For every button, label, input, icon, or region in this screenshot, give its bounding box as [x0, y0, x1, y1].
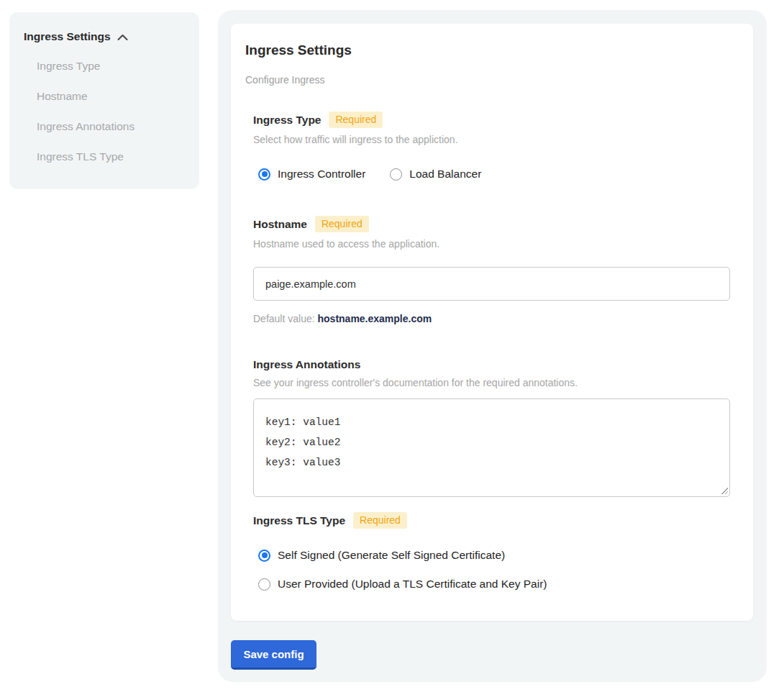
- radio-label: Self Signed (Generate Self Signed Certif…: [278, 549, 505, 562]
- radio-option-load-balancer[interactable]: Load Balancer: [390, 168, 481, 181]
- sidebar-item-hostname[interactable]: Hostname: [37, 81, 199, 111]
- radio-option-self-signed[interactable]: Self Signed (Generate Self Signed Certif…: [258, 549, 730, 562]
- sidebar-item-ingress-annotations[interactable]: Ingress Annotations: [37, 111, 199, 142]
- ingress-settings-card: Ingress Settings Configure Ingress Ingre…: [231, 24, 753, 621]
- chevron-up-icon: [117, 34, 128, 41]
- hostname-description: Hostname used to access the application.: [253, 238, 730, 250]
- annotations-textarea[interactable]: key1: value1 key2: value2 key3: value3: [253, 398, 730, 497]
- settings-sidebar: Ingress Settings Ingress Type Hostname I…: [9, 12, 199, 189]
- hostname-label: Hostname: [253, 218, 307, 231]
- ingress-type-description: Select how traffic will ingress to the a…: [253, 134, 730, 145]
- sidebar-item-list: Ingress Type Hostname Ingress Annotation…: [37, 51, 199, 172]
- sidebar-item-ingress-tls-type[interactable]: Ingress TLS Type: [37, 142, 199, 172]
- radio-label: Load Balancer: [409, 168, 481, 181]
- section-ingress-annotations: Ingress Annotations See your ingress con…: [253, 358, 730, 497]
- radio-unselected-icon[interactable]: [390, 168, 402, 181]
- section-ingress-tls-type: Ingress TLS Type Required Self Signed (G…: [253, 512, 730, 591]
- main-panel: Ingress Settings Configure Ingress Ingre…: [218, 10, 767, 682]
- ingress-tls-type-label: Ingress TLS Type: [253, 514, 345, 527]
- ingress-annotations-label: Ingress Annotations: [253, 358, 360, 371]
- required-badge: Required: [353, 512, 407, 529]
- sidebar-section-toggle[interactable]: Ingress Settings: [24, 30, 199, 43]
- default-value-label: Default value:: [253, 313, 315, 324]
- radio-selected-icon[interactable]: [258, 168, 270, 181]
- required-badge: Required: [315, 216, 369, 232]
- radio-label: Ingress Controller: [278, 168, 365, 181]
- hostname-input[interactable]: [253, 267, 730, 301]
- radio-option-user-provided[interactable]: User Provided (Upload a TLS Certificate …: [258, 578, 730, 591]
- page-title: Ingress Settings: [245, 42, 730, 58]
- ingress-tls-radio-group: Self Signed (Generate Self Signed Certif…: [258, 549, 730, 591]
- section-ingress-type: Ingress Type Required Select how traffic…: [253, 111, 730, 181]
- ingress-annotations-description: See your ingress controller's documentat…: [253, 377, 730, 388]
- page-subtitle: Configure Ingress: [245, 74, 730, 86]
- ingress-type-label: Ingress Type: [253, 114, 321, 127]
- sidebar-section-title: Ingress Settings: [24, 30, 111, 43]
- default-value-text: hostname.example.com: [318, 313, 432, 324]
- save-config-button[interactable]: Save config: [231, 640, 316, 670]
- radio-label: User Provided (Upload a TLS Certificate …: [278, 578, 547, 591]
- radio-option-ingress-controller[interactable]: Ingress Controller: [258, 168, 365, 181]
- required-badge: Required: [329, 111, 383, 128]
- ingress-type-radio-group: Ingress Controller Load Balancer: [258, 168, 730, 181]
- section-hostname: Hostname Required Hostname used to acces…: [253, 216, 730, 324]
- radio-selected-icon[interactable]: [258, 550, 270, 562]
- radio-unselected-icon[interactable]: [258, 578, 270, 591]
- hostname-default-line: Default value: hostname.example.com: [253, 313, 730, 324]
- sidebar-item-ingress-type[interactable]: Ingress Type: [37, 51, 199, 81]
